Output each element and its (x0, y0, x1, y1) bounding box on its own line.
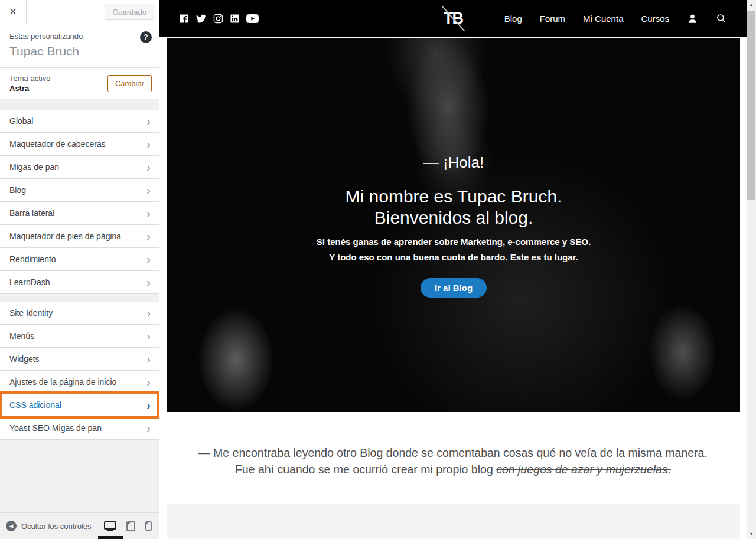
linkedin-icon[interactable] (230, 14, 240, 24)
next-section-panel (167, 504, 740, 539)
sidebar-item-css-adicional[interactable]: CSS adicional › (0, 394, 159, 417)
customizer-header: ✕ Guardado (0, 0, 159, 24)
change-theme-button[interactable]: Cambiar (107, 75, 152, 92)
mobile-icon (145, 521, 152, 531)
sidebar-item-label: Yoast SEO Migas de pan (9, 423, 102, 433)
sidebar-item-label: Maquetador de pies de página (9, 231, 121, 241)
collapse-controls-icon[interactable]: ◀ (6, 521, 17, 531)
youtube-icon[interactable] (246, 14, 259, 23)
chevron-right-icon: › (146, 399, 151, 411)
wordpress-customizer: ✕ Guardado Estás personalizando ? Tupac … (0, 0, 756, 539)
chevron-right-icon: › (146, 253, 151, 265)
go-to-blog-button[interactable]: Ir al Blog (421, 278, 487, 298)
facebook-icon[interactable] (179, 14, 189, 24)
scrollbar-thumb[interactable] (747, 11, 755, 200)
chevron-right-icon: › (146, 330, 151, 342)
desktop-preview-button[interactable] (104, 513, 116, 539)
sidebar-item-learndash[interactable]: LearnDash › (0, 271, 159, 294)
hero-subtitle-line2: Y todo eso con una buena cuota de bardo.… (329, 252, 578, 262)
site-header: TB Blog Forum Mi Cuenta Cursos (159, 0, 747, 37)
instagram-icon[interactable] (213, 14, 223, 24)
tablet-preview-button[interactable] (126, 513, 135, 539)
chevron-right-icon: › (146, 276, 151, 288)
customizer-menu: Global › Maquetador de cabeceras › Migas… (0, 110, 159, 440)
sidebar-item-widgets[interactable]: Widgets › (0, 348, 159, 371)
scroll-up-arrow-icon[interactable]: ▲ (747, 0, 756, 10)
hero-title-line1: Mi nombre es Tupac Bruch. (346, 187, 562, 206)
nav-item-forum[interactable]: Forum (540, 14, 565, 24)
sidebar-item-maquetador-pies[interactable]: Maquetador de pies de página › (0, 225, 159, 248)
hide-controls-label[interactable]: Ocultar los controles (21, 522, 92, 531)
quote-struck-text: con juegos de azar y mujerzuelas. (496, 463, 671, 476)
hero-subtitle-line1: Sí tenés ganas de aprender sobre Marketi… (317, 237, 591, 247)
social-links (179, 14, 259, 24)
divider (0, 99, 159, 110)
hero-title-line2: Bienvenidos al blog. (374, 208, 533, 227)
sidebar-item-label: Barra lateral (9, 208, 54, 218)
quote-paragraph: — Me encontraba leyendo otro Blog donde … (187, 445, 719, 478)
hero-title: Mi nombre es Tupac Bruch.Bienvenidos al … (167, 186, 740, 228)
quote-section: — Me encontraba leyendo otro Blog donde … (159, 412, 747, 478)
sidebar-item-label: Rendimiento (9, 254, 56, 264)
account-icon[interactable] (687, 13, 698, 24)
chevron-right-icon: › (146, 353, 151, 365)
hero-text: — ¡Hola! Mi nombre es Tupac Bruch.Bienve… (167, 153, 740, 298)
nav-item-mi-cuenta[interactable]: Mi Cuenta (583, 14, 623, 24)
device-preview-switcher (104, 513, 152, 539)
help-icon[interactable]: ? (140, 31, 152, 43)
hero-section: — ¡Hola! Mi nombre es Tupac Bruch.Bienve… (167, 38, 740, 412)
saved-button[interactable]: Guardado (105, 4, 154, 20)
hero-subtitle: Sí tenés ganas de aprender sobre Marketi… (167, 234, 740, 265)
sidebar-item-label: LearnDash (9, 277, 50, 287)
chevron-right-icon: › (146, 184, 151, 196)
sidebar-item-maquetador-cabeceras[interactable]: Maquetador de cabeceras › (0, 133, 159, 156)
chevron-right-icon: › (146, 230, 151, 242)
twitter-icon[interactable] (195, 14, 207, 24)
sidebar-item-menus[interactable]: Menús › (0, 325, 159, 348)
search-icon[interactable] (716, 13, 726, 24)
sidebar-item-label: CSS adicional (9, 400, 61, 410)
sidebar-item-label: Widgets (9, 354, 40, 364)
divider (0, 294, 159, 302)
active-theme-name: Astra (9, 84, 50, 93)
scroll-down-arrow-icon[interactable]: ▼ (747, 529, 756, 539)
sidebar-item-label: Migas de pan (9, 162, 59, 172)
mobile-preview-button[interactable] (145, 513, 152, 539)
tablet-icon (126, 521, 135, 531)
customizer-sidebar: ✕ Guardado Estás personalizando ? Tupac … (0, 0, 159, 539)
active-theme-label: Tema activo (9, 74, 50, 83)
sidebar-item-yoast-migas[interactable]: Yoast SEO Migas de pan › (0, 417, 159, 440)
sidebar-item-label: Global (9, 116, 33, 126)
nav-item-blog[interactable]: Blog (504, 14, 522, 24)
sidebar-item-label: Blog (9, 185, 26, 195)
page-scrollbar[interactable]: ▲ ▼ (747, 0, 756, 539)
chevron-right-icon: › (146, 138, 151, 150)
sidebar-item-rendimiento[interactable]: Rendimiento › (0, 248, 159, 271)
customizer-footer: ◀ Ocultar los controles (0, 512, 159, 539)
chevron-right-icon: › (146, 307, 151, 319)
sidebar-item-ajustes-inicio[interactable]: Ajustes de la página de inicio › (0, 371, 159, 394)
sidebar-item-global[interactable]: Global › (0, 110, 159, 133)
customizing-label: Estás personalizando (9, 32, 149, 41)
sidebar-item-site-identity[interactable]: Site Identity › (0, 302, 159, 325)
sidebar-item-label: Menús (9, 331, 34, 341)
chevron-right-icon: › (146, 161, 151, 173)
close-customizer-button[interactable]: ✕ (0, 0, 27, 24)
nav-item-cursos[interactable]: Cursos (641, 14, 669, 24)
sidebar-item-label: Ajustes de la página de inicio (9, 377, 116, 387)
sidebar-item-label: Maquetador de cabeceras (9, 139, 106, 149)
chevron-right-icon: › (146, 115, 151, 127)
desktop-icon (104, 521, 116, 531)
chevron-right-icon: › (146, 207, 151, 219)
sidebar-item-blog[interactable]: Blog › (0, 179, 159, 202)
chevron-right-icon: › (146, 376, 151, 388)
sidebar-item-barra-lateral[interactable]: Barra lateral › (0, 202, 159, 225)
active-theme-panel: Tema activo Astra Cambiar (0, 68, 159, 99)
hero-greeting: — ¡Hola! (167, 153, 740, 172)
customizing-panel: Estás personalizando ? Tupac Bruch (0, 24, 159, 68)
site-logo[interactable]: TB (439, 6, 467, 31)
site-preview: TB Blog Forum Mi Cuenta Cursos — ¡Hola! … (159, 0, 747, 539)
chevron-right-icon: › (146, 422, 151, 434)
sidebar-item-migas-de-pan[interactable]: Migas de pan › (0, 156, 159, 179)
main-navigation: Blog Forum Mi Cuenta Cursos (504, 13, 726, 24)
